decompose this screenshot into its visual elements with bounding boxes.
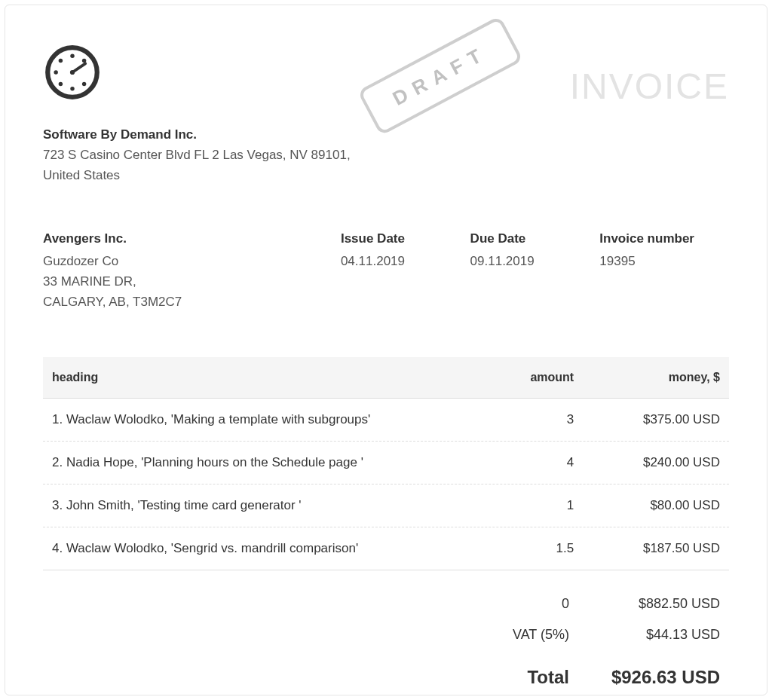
subtotal-row: 0 $882.50 USD bbox=[43, 588, 729, 619]
client-line3: CALGARY, AB, T3M2C7 bbox=[43, 292, 341, 312]
due-date-col: Due Date 09.11.2019 bbox=[470, 231, 600, 313]
svg-point-8 bbox=[82, 82, 86, 86]
draft-stamp-text: DRAFT bbox=[389, 41, 492, 110]
total-row: Total $926.63 USD bbox=[43, 659, 729, 695]
client-name: Avengers Inc. bbox=[43, 231, 341, 246]
sender-address-line1: 723 S Casino Center Blvd FL 2 Las Vegas,… bbox=[43, 145, 729, 165]
cell-heading: 1. Waclaw Wolodko, 'Making a template wi… bbox=[52, 412, 470, 427]
cell-amount: 1 bbox=[470, 498, 574, 513]
header-money: money, $ bbox=[574, 371, 720, 384]
cell-heading: 2. Nadia Hope, 'Planning hours on the Sc… bbox=[52, 455, 470, 470]
svg-point-4 bbox=[59, 59, 63, 63]
svg-point-3 bbox=[82, 59, 86, 63]
cell-money: $240.00 USD bbox=[574, 455, 720, 470]
vat-label: VAT (5%) bbox=[449, 627, 569, 643]
cell-heading: 3. John Smith, 'Testing time card genera… bbox=[52, 498, 470, 513]
table-row: 1. Waclaw Wolodko, 'Making a template wi… bbox=[43, 399, 729, 442]
total-label: Total bbox=[449, 667, 569, 688]
totals-section: 0 $882.50 USD VAT (5%) $44.13 USD Total … bbox=[43, 588, 729, 695]
invoice-number-col: Invoice number 19395 bbox=[599, 231, 729, 313]
invoice-meta-row: Avengers Inc. Guzdozer Co 33 MARINE DR, … bbox=[43, 231, 729, 313]
table-row: 2. Nadia Hope, 'Planning hours on the Sc… bbox=[43, 442, 729, 484]
header-heading: heading bbox=[52, 371, 470, 384]
table-row: 3. John Smith, 'Testing time card genera… bbox=[43, 484, 729, 527]
company-logo-icon bbox=[43, 43, 102, 102]
cell-money: $375.00 USD bbox=[574, 412, 720, 427]
invoice-header: INVOICE DRAFT Software By Demand Inc. 72… bbox=[43, 43, 729, 186]
client-line1: Guzdozer Co bbox=[43, 251, 341, 271]
subtotal-value: $882.50 USD bbox=[569, 596, 720, 612]
vat-row: VAT (5%) $44.13 USD bbox=[43, 619, 729, 650]
header-amount: amount bbox=[470, 371, 574, 384]
issue-date-value: 04.11.2019 bbox=[341, 251, 470, 271]
invoice-number-value: 19395 bbox=[599, 251, 729, 271]
line-items-table: heading amount money, $ 1. Waclaw Wolodk… bbox=[43, 357, 729, 570]
draft-stamp: DRAFT bbox=[357, 16, 523, 136]
cell-heading: 4. Waclaw Wolodko, 'Sengrid vs. mandrill… bbox=[52, 541, 470, 556]
sender-info: Software By Demand Inc. 723 S Casino Cen… bbox=[43, 124, 729, 186]
cell-amount: 4 bbox=[470, 455, 574, 470]
svg-point-7 bbox=[70, 87, 74, 90]
table-header-row: heading amount money, $ bbox=[43, 357, 729, 399]
issue-date-label: Issue Date bbox=[341, 231, 470, 246]
due-date-label: Due Date bbox=[470, 231, 600, 246]
invoice-number-label: Invoice number bbox=[599, 231, 729, 246]
table-row: 4. Waclaw Wolodko, 'Sengrid vs. mandrill… bbox=[43, 527, 729, 570]
invoice-title: INVOICE bbox=[570, 66, 729, 107]
svg-point-5 bbox=[54, 70, 57, 74]
due-date-value: 09.11.2019 bbox=[470, 251, 600, 271]
vat-value: $44.13 USD bbox=[569, 627, 720, 643]
client-info: Avengers Inc. Guzdozer Co 33 MARINE DR, … bbox=[43, 231, 341, 313]
cell-money: $187.50 USD bbox=[574, 541, 720, 556]
cell-amount: 3 bbox=[470, 412, 574, 427]
sender-address-line2: United States bbox=[43, 165, 729, 185]
svg-point-2 bbox=[70, 53, 74, 57]
total-value: $926.63 USD bbox=[569, 667, 720, 688]
cell-amount: 1.5 bbox=[470, 541, 574, 556]
invoice-document: INVOICE DRAFT Software By Demand Inc. 72… bbox=[5, 5, 767, 695]
issue-date-col: Issue Date 04.11.2019 bbox=[341, 231, 470, 313]
svg-point-6 bbox=[59, 82, 63, 86]
client-line2: 33 MARINE DR, bbox=[43, 271, 341, 292]
cell-money: $80.00 USD bbox=[574, 498, 720, 513]
svg-line-9 bbox=[72, 63, 85, 72]
subtotal-label: 0 bbox=[449, 596, 569, 612]
